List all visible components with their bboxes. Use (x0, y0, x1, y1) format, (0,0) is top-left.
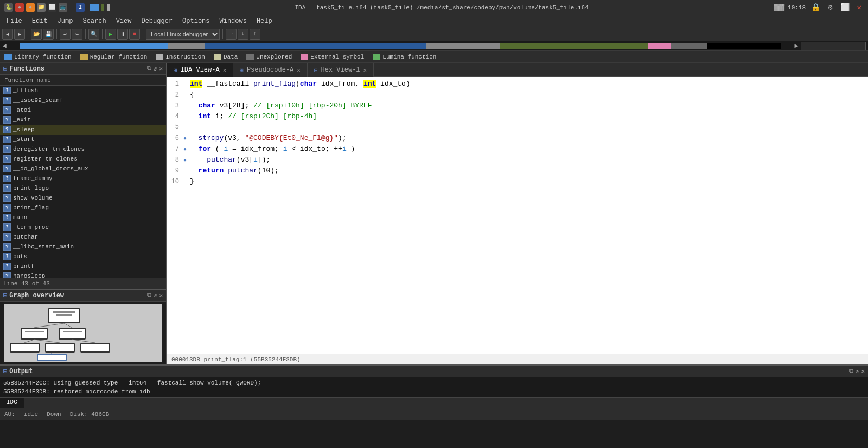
functions-icon: ⊞ (3, 65, 7, 73)
func-name-12: print_flag (13, 204, 49, 211)
menu-item-help[interactable]: Help (252, 16, 277, 26)
tb-redo-button[interactable]: ↪ (72, 29, 82, 40)
menu-item-options[interactable]: Options (178, 16, 214, 26)
functions-close-button[interactable]: ✕ (159, 65, 163, 72)
graph-tile-button[interactable]: ⧉ (147, 292, 151, 299)
function-item-13[interactable]: ? main (0, 213, 166, 222)
function-item-0[interactable]: ? _fflush (0, 86, 166, 95)
close-button[interactable]: ✕ (855, 3, 864, 12)
output-close-button[interactable]: ✕ (861, 368, 865, 375)
menu-item-file[interactable]: File (2, 16, 27, 26)
app-icon-2[interactable]: ● (15, 3, 24, 12)
clock: 10:18 (788, 4, 806, 11)
output-refresh-button[interactable]: ↺ (856, 368, 859, 375)
debugger-select[interactable]: Local Linux debugger (146, 29, 220, 40)
tab-pseudocode[interactable]: ⊞ Pseudocode-A ✕ (233, 63, 308, 77)
tb-run-button[interactable]: ▶ (105, 29, 116, 40)
function-item-15[interactable]: ? putchar (0, 232, 166, 242)
right-area: ⊞ IDA View-A ✕ ⊞ Pseudocode-A ✕ ⊞ Hex Vi… (167, 63, 868, 364)
tb-stop-button[interactable]: ■ (129, 29, 140, 40)
app-icon-1[interactable]: 🐍 (4, 3, 13, 12)
tab-hex-view[interactable]: ⊞ Hex View-1 ✕ (308, 63, 374, 77)
graph-refresh-button[interactable]: ↺ (154, 292, 157, 299)
navmap-search[interactable] (801, 42, 866, 50)
tb-forward-button[interactable]: ▶ (14, 29, 25, 40)
function-item-17[interactable]: ? puts (0, 252, 166, 261)
function-item-8[interactable]: ? __do_global_dtors_aux (0, 164, 166, 174)
status-down: Down (47, 411, 61, 418)
menu-item-windows[interactable]: Windows (215, 16, 251, 26)
function-item-18[interactable]: ? printf (0, 261, 166, 271)
menu-item-search[interactable]: Search (78, 16, 110, 26)
tab-hex-view-close[interactable]: ✕ (363, 67, 367, 74)
functions-list[interactable]: ? _fflush ? __isoc99_scanf ? _atoi ? _ex… (0, 86, 166, 278)
tb-pause-button[interactable]: ⏸ (117, 29, 128, 40)
output-body: 55B35244F2CC: using guessed type __int64… (0, 377, 868, 397)
legend-regular-label: Regular function (90, 54, 148, 60)
svg-line-4 (72, 340, 95, 343)
func-icon-11: ? (3, 194, 11, 202)
tb-sep-1 (28, 29, 28, 39)
legend-external-label: External symbol (310, 54, 364, 60)
function-item-3[interactable]: ? _exit (0, 115, 166, 125)
code-area[interactable]: 1 int __fastcall print_flag(char idx_fro… (167, 77, 868, 354)
tab-ida-view-close[interactable]: ✕ (223, 67, 227, 74)
app-icon-3[interactable]: ● (26, 3, 35, 12)
tb-save-button[interactable]: 💾 (43, 29, 54, 40)
tb-undo-button[interactable]: ↩ (60, 29, 71, 40)
function-item-9[interactable]: ? frame_dummy (0, 174, 166, 183)
tab-ida-view[interactable]: ⊞ IDA View-A ✕ (167, 63, 233, 77)
legend-unexplored-color (246, 54, 254, 60)
restore-button[interactable]: ⬜ (838, 3, 852, 12)
menu-item-jump[interactable]: Jump (53, 16, 78, 26)
code-line-5: 5 (167, 123, 868, 133)
functions-tile-button[interactable]: ⧉ (147, 65, 151, 72)
tb-step-out[interactable]: ↑ (250, 29, 260, 40)
menu-item-debugger[interactable]: Debugger (137, 16, 177, 26)
app-icon-4[interactable]: 📁 (37, 3, 46, 12)
tb-search-button[interactable]: 🔍 (88, 29, 99, 40)
function-item-5[interactable]: ? _start (0, 135, 166, 144)
legend-instruction-color (156, 54, 163, 60)
function-item-10[interactable]: ? print_logo (0, 183, 166, 193)
app-icon-ida[interactable]: I (76, 3, 85, 12)
settings-icon[interactable]: ⚙ (826, 3, 834, 12)
tab-pseudocode-close[interactable]: ✕ (297, 67, 301, 74)
func-icon-18: ? (3, 263, 11, 270)
tb-open-button[interactable]: 📂 (31, 29, 42, 40)
menubar: File Edit Jump Search View Debugger Opti… (0, 15, 868, 27)
tb-back-button[interactable]: ◀ (2, 29, 13, 40)
app-icon-6[interactable]: 📺 (59, 3, 67, 12)
function-item-4[interactable]: ? _sleep (0, 125, 166, 135)
func-icon-16: ? (3, 243, 11, 251)
output-tile-button[interactable]: ⧉ (849, 368, 853, 375)
toolbar: ◀ ▶ 📂 💾 ↩ ↪ 🔍 ▶ ⏸ ■ Local Linux debugger… (0, 27, 868, 41)
function-item-12[interactable]: ? print_flag (0, 203, 166, 213)
graph-close-button[interactable]: ✕ (159, 292, 163, 299)
tb-step-into[interactable]: ↓ (238, 29, 248, 40)
function-item-14[interactable]: ? _term_proc (0, 222, 166, 232)
functions-refresh-button[interactable]: ↺ (154, 65, 157, 72)
function-item-1[interactable]: ? __isoc99_scanf (0, 95, 166, 105)
tb-step-over[interactable]: → (226, 29, 237, 40)
function-item-11[interactable]: ? show_volume (0, 193, 166, 203)
menu-item-edit[interactable]: Edit (28, 16, 52, 26)
menu-item-view[interactable]: View (112, 16, 136, 26)
function-item-19[interactable]: ? nanosleep (0, 271, 166, 278)
functions-col-name: Function name (4, 77, 51, 84)
function-item-6[interactable]: ? deregister_tm_clones (0, 144, 166, 154)
line-count: Line 43 of 43 (0, 278, 166, 289)
func-name-9: frame_dummy (13, 175, 53, 182)
titlebar-right: ▓▓▓ 10:18 🔒 ⚙ ⬜ ✕ (774, 3, 864, 12)
navmap-right-arrow[interactable]: ▶ (792, 42, 801, 50)
minimize-button[interactable]: 🔒 (809, 3, 822, 12)
code-status-text: 000013DB print_flag:1 (55B35244F3DB) (171, 356, 301, 363)
output-tab-idc[interactable]: IDC (0, 398, 24, 408)
function-item-16[interactable]: ? __libc_start_main (0, 242, 166, 252)
navmap-bar[interactable] (20, 43, 781, 49)
app-icon-5[interactable]: ⬜ (48, 3, 56, 12)
function-item-2[interactable]: ? _atoi (0, 105, 166, 115)
func-name-2: _atoi (13, 107, 31, 113)
navmap-left-arrow[interactable]: ◀ (0, 42, 9, 50)
function-item-7[interactable]: ? register_tm_clones (0, 154, 166, 164)
